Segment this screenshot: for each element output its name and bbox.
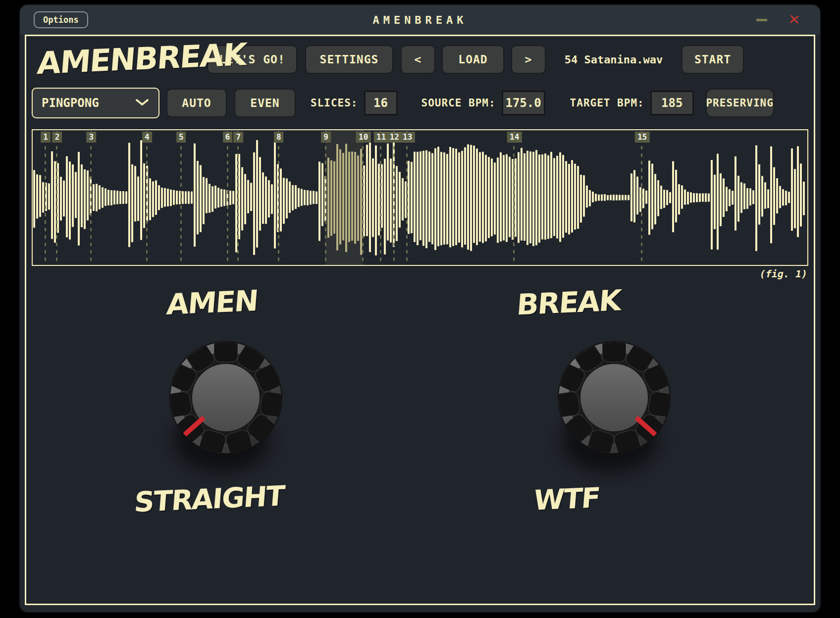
source-bpm-label: SOURCE BPM: <box>421 97 496 109</box>
slice-marker-label[interactable]: 3 <box>86 132 96 143</box>
slice-marker-label[interactable]: 8 <box>274 132 284 143</box>
app-logo: AMENBREAK <box>36 38 203 81</box>
titlebar: Options AMENBREAK ✕ <box>20 5 820 35</box>
source-bpm-input[interactable]: 175.0 <box>502 91 545 115</box>
slice-marker-label[interactable]: 12 <box>387 132 402 143</box>
mode-select-value: PINGPONG <box>42 96 99 110</box>
selected-slice-region[interactable] <box>325 130 363 265</box>
break-knob-title: BREAK <box>516 282 622 322</box>
minimize-icon[interactable] <box>756 19 767 21</box>
slice-line <box>278 131 279 264</box>
slice-line <box>45 131 46 264</box>
amen-knob[interactable] <box>152 328 300 482</box>
slice-marker-label[interactable]: 7 <box>234 132 244 143</box>
window-controls: ✕ <box>756 12 800 27</box>
slice-line <box>237 131 239 264</box>
break-knob-min-label: WTF <box>532 481 601 516</box>
next-sample-button[interactable]: > <box>511 45 546 74</box>
load-button[interactable]: LOAD <box>442 45 504 74</box>
slice-line <box>146 131 148 264</box>
slice-line <box>325 131 326 264</box>
loaded-filename: 54 Satanina.wav <box>546 53 682 66</box>
close-icon[interactable]: ✕ <box>788 12 801 27</box>
amen-knob-title: AMEN <box>165 283 259 322</box>
slice-line <box>641 131 642 264</box>
prev-sample-button[interactable]: < <box>401 45 435 74</box>
slice-line <box>56 131 57 264</box>
slice-marker-label[interactable]: 4 <box>142 132 152 143</box>
slice-line <box>513 131 515 264</box>
amen-knob-column: AMEN <box>32 285 420 515</box>
slice-line <box>380 131 381 264</box>
slice-marker-label[interactable]: 2 <box>52 132 62 143</box>
slice-line <box>393 131 395 264</box>
window-title: AMENBREAK <box>20 14 820 26</box>
slices-label: SLICES: <box>311 97 358 109</box>
target-bpm-label: TARGET BPM: <box>570 97 644 109</box>
slice-line <box>227 131 228 264</box>
header-row: AMENBREAK LET'S GO! SETTINGS < LOAD > 54… <box>32 44 808 75</box>
target-bpm-input[interactable]: 185 <box>650 91 694 115</box>
slice-marker-label[interactable]: 13 <box>400 132 415 143</box>
slice-marker-label[interactable]: 5 <box>176 132 186 143</box>
slice-marker-label[interactable]: 11 <box>374 132 388 143</box>
waveform-canvas <box>33 130 807 265</box>
slice-line <box>180 131 182 264</box>
figure-caption: (fig. 1) <box>32 268 808 280</box>
slices-input[interactable]: 16 <box>364 91 398 115</box>
waveform[interactable]: 123456789101112131415 <box>32 129 808 266</box>
slice-marker-label[interactable]: 14 <box>507 132 522 143</box>
slice-marker-label[interactable]: 10 <box>356 132 370 143</box>
chevron-down-icon <box>135 96 150 110</box>
auto-button[interactable]: AUTO <box>166 89 227 117</box>
slice-marker-label[interactable]: 1 <box>41 132 51 143</box>
slice-line <box>90 131 92 264</box>
slice-marker-label[interactable]: 9 <box>321 132 331 143</box>
slice-marker-label[interactable]: 6 <box>223 132 233 143</box>
amen-knob-min-label: STRAIGHT <box>133 479 285 518</box>
slice-line <box>406 131 408 264</box>
controls-row: PINGPONG AUTO EVEN SLICES: 16 SOURCE BPM… <box>32 88 808 118</box>
settings-button[interactable]: SETTINGS <box>305 45 393 74</box>
even-button[interactable]: EVEN <box>234 89 296 117</box>
knob-section: AMEN <box>32 285 808 515</box>
preserving-button[interactable]: PRESERVING <box>706 89 774 117</box>
slice-marker-label[interactable]: 15 <box>635 132 649 143</box>
slice-line <box>362 131 364 264</box>
main-panel: AMENBREAK LET'S GO! SETTINGS < LOAD > 54… <box>25 35 815 605</box>
start-button[interactable]: START <box>682 45 744 74</box>
break-knob-column: BREAK <box>420 285 808 515</box>
app-window: Options AMENBREAK ✕ AMENBREAK LET'S GO! … <box>20 5 820 612</box>
mode-select[interactable]: PINGPONG <box>32 88 159 118</box>
break-knob[interactable] <box>540 328 688 482</box>
